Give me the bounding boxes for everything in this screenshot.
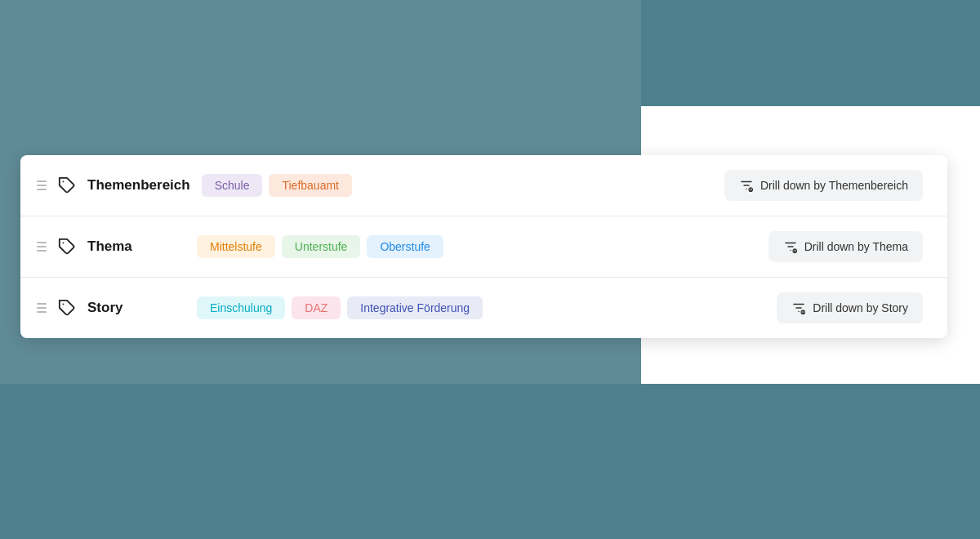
drill-label-story: Drill down by Story (813, 301, 908, 314)
row-themenbereich: Themenbereich Schule Tiefbauamt (20, 155, 947, 216)
right-story: Drill down by Story (666, 292, 931, 323)
label-thema: Thema (87, 238, 185, 255)
drill-button-themenbereich[interactable]: Drill down by Themenbereich (724, 170, 923, 201)
filter-icon-story (791, 301, 806, 315)
tag-daz[interactable]: DAZ (292, 296, 341, 319)
drill-label-themenbereich: Drill down by Themenbereich (760, 179, 908, 192)
tag-icon-themenbereich (58, 176, 76, 194)
label-themenbereich: Themenbereich (87, 177, 190, 194)
tag-schule[interactable]: Schule (202, 174, 263, 197)
filter-icon-themenbereich (739, 178, 754, 193)
tag-unterstufe[interactable]: Unterstufe (282, 235, 361, 258)
tag-tiefbauamt[interactable]: Tiefbauamt (269, 174, 352, 197)
tags-themenbereich: Schule Tiefbauamt (202, 174, 666, 197)
row-thema: Thema Mittelstufe Unterstufe Oberstufe (20, 216, 947, 278)
tag-oberstufe[interactable]: Oberstufe (367, 235, 443, 258)
main-card: Themenbereich Schule Tiefbauamt (20, 155, 947, 338)
left-thema: Thema Mittelstufe Unterstufe Oberstufe (37, 235, 666, 258)
drag-handle-themenbereich[interactable] (37, 180, 47, 190)
drill-button-story[interactable]: Drill down by Story (777, 292, 923, 323)
tag-icon-story (58, 299, 76, 317)
tag-integrative[interactable]: Integrative Förderung (347, 296, 483, 319)
right-thema: Drill down by Thema (666, 231, 931, 262)
drag-handle-thema[interactable] (37, 242, 47, 252)
drag-handle-story[interactable] (37, 303, 47, 313)
tag-einschulung[interactable]: Einschulung (197, 296, 285, 319)
row-story: Story Einschulung DAZ Integrative Förder… (20, 278, 947, 338)
drill-button-thema[interactable]: Drill down by Thema (768, 231, 923, 262)
left-themenbereich: Themenbereich Schule Tiefbauamt (37, 174, 666, 197)
left-story: Story Einschulung DAZ Integrative Förder… (37, 296, 666, 319)
drill-label-thema: Drill down by Thema (804, 240, 908, 253)
tags-thema: Mittelstufe Unterstufe Oberstufe (197, 235, 666, 258)
label-story: Story (87, 300, 185, 316)
tags-story: Einschulung DAZ Integrative Förderung (197, 296, 666, 319)
tag-mittelstufe[interactable]: Mittelstufe (197, 235, 275, 258)
filter-icon-thema (783, 239, 798, 254)
tag-icon-thema (58, 238, 76, 256)
right-themenbereich: Drill down by Themenbereich (666, 170, 931, 201)
